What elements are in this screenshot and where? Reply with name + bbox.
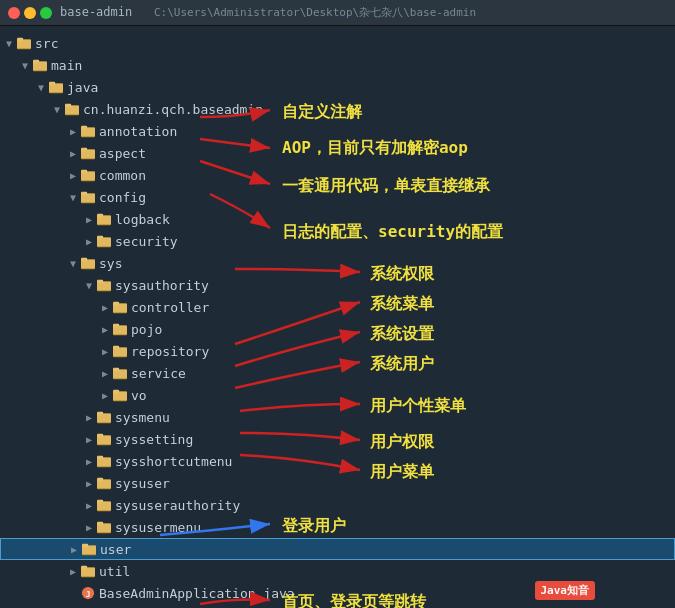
tree-item-label: sys: [99, 256, 122, 271]
tree-item-syssetting[interactable]: syssetting: [0, 428, 675, 450]
tree-item-annotation[interactable]: annotation: [0, 120, 675, 142]
folder-arrow-open: [50, 102, 64, 116]
folder-arrow-open: [2, 36, 16, 50]
svg-rect-32: [81, 260, 95, 269]
folder-icon: [112, 299, 128, 315]
title-bar: base-admin C:\Users\Administrator\Deskto…: [0, 0, 675, 26]
svg-rect-47: [113, 370, 127, 379]
tree-item-label: repository: [131, 344, 209, 359]
tree-item-security[interactable]: security: [0, 230, 675, 252]
maximize-button[interactable]: [40, 7, 52, 19]
folder-arrow-closed: [82, 234, 96, 248]
tree-item-label: sysauthority: [115, 278, 209, 293]
tree-item-label: annotation: [99, 124, 177, 139]
folder-icon: [96, 497, 112, 513]
file-tree: src main java cn.huanzi.qch.baseadmin an…: [0, 26, 675, 608]
folder-icon: [112, 321, 128, 337]
folder-icon: [32, 57, 48, 73]
svg-rect-59: [97, 458, 111, 467]
file-arrow: [66, 586, 80, 600]
svg-rect-14: [81, 128, 95, 137]
folder-arrow-closed: [98, 344, 112, 358]
folder-icon: [48, 79, 64, 95]
tree-item-java[interactable]: java: [0, 76, 675, 98]
tree-item-sysshortcutmenu[interactable]: sysshortcutmenu: [0, 450, 675, 472]
tree-item-vo[interactable]: vo: [0, 384, 675, 406]
folder-arrow-closed: [82, 498, 96, 512]
tree-item-main[interactable]: main: [0, 54, 675, 76]
tree-item-label: sysusermenu: [115, 520, 201, 535]
svg-rect-5: [33, 62, 47, 71]
folder-arrow-open: [18, 58, 32, 72]
tree-item-user[interactable]: user: [0, 538, 675, 560]
svg-rect-8: [49, 84, 63, 93]
tree-item-label: syssetting: [115, 432, 193, 447]
tree-item-label: config: [99, 190, 146, 205]
watermark: Java知音: [535, 581, 596, 600]
folder-icon: [81, 541, 97, 557]
tree-item-controller[interactable]: controller: [0, 296, 675, 318]
folder-icon: [80, 145, 96, 161]
tree-item-label: sysshortcutmenu: [115, 454, 232, 469]
folder-arrow-open: [34, 80, 48, 94]
tree-item-label: aspect: [99, 146, 146, 161]
tree-item-config[interactable]: config: [0, 186, 675, 208]
tree-item-label: BaseAdminApplication.java: [99, 586, 295, 601]
tree-item-src[interactable]: src: [0, 32, 675, 54]
folder-arrow-open: [66, 256, 80, 270]
tree-item-label: service: [131, 366, 186, 381]
folder-icon: [96, 519, 112, 535]
folder-icon: [112, 365, 128, 381]
tree-item-aspect[interactable]: aspect: [0, 142, 675, 164]
tree-item-label: vo: [131, 388, 147, 403]
svg-rect-68: [97, 524, 111, 533]
tree-item-sysmenu[interactable]: sysmenu: [0, 406, 675, 428]
folder-arrow-closed: [82, 432, 96, 446]
svg-rect-17: [81, 150, 95, 159]
tree-item-sysusermenu[interactable]: sysusermenu: [0, 516, 675, 538]
folder-icon: [80, 255, 96, 271]
tree-item-sysuser[interactable]: sysuser: [0, 472, 675, 494]
svg-rect-20: [81, 172, 95, 181]
tree-item-sys[interactable]: sys: [0, 252, 675, 274]
tree-item-label: pojo: [131, 322, 162, 337]
folder-arrow-open: [82, 278, 96, 292]
folder-icon: [80, 189, 96, 205]
tree-item-logback[interactable]: logback: [0, 208, 675, 230]
svg-rect-53: [97, 414, 111, 423]
folder-arrow-closed: [98, 322, 112, 336]
tree-item-label: logback: [115, 212, 170, 227]
folder-arrow-closed: [66, 168, 80, 182]
tree-item-sysauthority[interactable]: sysauthority: [0, 274, 675, 296]
tree-item-pojo[interactable]: pojo: [0, 318, 675, 340]
tree-item-label: user: [100, 542, 131, 557]
watermark-badge: Java知音: [535, 581, 596, 600]
folder-icon: [96, 475, 112, 491]
tree-item-repository[interactable]: repository: [0, 340, 675, 362]
close-button[interactable]: [8, 7, 20, 19]
tree-item-common[interactable]: common: [0, 164, 675, 186]
minimize-button[interactable]: [24, 7, 36, 19]
folder-icon: [80, 167, 96, 183]
svg-rect-41: [113, 326, 127, 335]
tree-item-sysuserauthority[interactable]: sysuserauthority: [0, 494, 675, 516]
tree-item-label: common: [99, 168, 146, 183]
folder-arrow-closed: [82, 520, 96, 534]
tree-item-label: util: [99, 564, 130, 579]
folder-arrow-closed: [67, 542, 81, 556]
folder-arrow-closed: [66, 146, 80, 160]
tree-item-cn[interactable]: cn.huanzi.qch.baseadmin: [0, 98, 675, 120]
svg-rect-71: [82, 546, 96, 555]
tree-item-util[interactable]: util: [0, 560, 675, 582]
svg-rect-74: [81, 568, 95, 577]
tree-item-BaseAdminApplication[interactable]: S BaseAdminApplication: [0, 604, 675, 608]
folder-arrow-closed: [98, 388, 112, 402]
java-icon: J: [80, 585, 96, 601]
tree-item-label: sysmenu: [115, 410, 170, 425]
folder-arrow-closed: [66, 124, 80, 138]
tree-item-service[interactable]: service: [0, 362, 675, 384]
svg-rect-11: [65, 106, 79, 115]
tree-item-label: security: [115, 234, 178, 249]
folder-icon: [112, 343, 128, 359]
window-controls[interactable]: [8, 7, 52, 19]
